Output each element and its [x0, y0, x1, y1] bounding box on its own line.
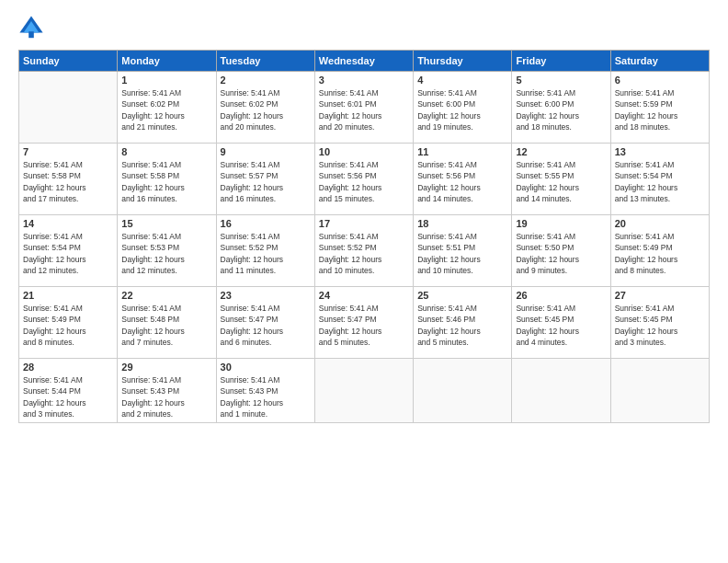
calendar-cell: 28Sunrise: 5:41 AM Sunset: 5:44 PM Dayli…	[19, 359, 118, 423]
day-info: Sunrise: 5:41 AM Sunset: 6:01 PM Dayligh…	[319, 87, 409, 132]
calendar-cell: 7Sunrise: 5:41 AM Sunset: 5:58 PM Daylig…	[19, 144, 118, 215]
day-number: 17	[319, 218, 409, 229]
calendar-table: SundayMondayTuesdayWednesdayThursdayFrid…	[18, 50, 710, 423]
day-info: Sunrise: 5:41 AM Sunset: 5:45 PM Dayligh…	[516, 303, 606, 348]
day-info: Sunrise: 5:41 AM Sunset: 5:47 PM Dayligh…	[319, 303, 409, 348]
day-number: 14	[23, 218, 113, 229]
calendar-cell: 29Sunrise: 5:41 AM Sunset: 5:43 PM Dayli…	[118, 359, 216, 423]
calendar-row: 1Sunrise: 5:41 AM Sunset: 6:02 PM Daylig…	[19, 72, 710, 144]
day-number: 19	[516, 218, 606, 229]
calendar-cell: 26Sunrise: 5:41 AM Sunset: 5:45 PM Dayli…	[512, 287, 610, 359]
calendar-cell: 15Sunrise: 5:41 AM Sunset: 5:53 PM Dayli…	[118, 215, 216, 287]
calendar-cell	[414, 359, 512, 423]
calendar-cell: 22Sunrise: 5:41 AM Sunset: 5:48 PM Dayli…	[118, 287, 216, 359]
calendar-row: 28Sunrise: 5:41 AM Sunset: 5:44 PM Dayli…	[19, 359, 710, 423]
day-info: Sunrise: 5:41 AM Sunset: 5:45 PM Dayligh…	[615, 303, 705, 348]
logo-icon	[18, 15, 44, 40]
calendar-row: 21Sunrise: 5:41 AM Sunset: 5:49 PM Dayli…	[19, 287, 710, 359]
header-day: Saturday	[610, 51, 709, 72]
calendar-cell: 17Sunrise: 5:41 AM Sunset: 5:52 PM Dayli…	[314, 215, 413, 287]
header-day: Friday	[512, 51, 610, 72]
day-info: Sunrise: 5:41 AM Sunset: 5:49 PM Dayligh…	[615, 231, 705, 276]
svg-rect-2	[28, 31, 34, 38]
calendar-cell: 1Sunrise: 5:41 AM Sunset: 6:02 PM Daylig…	[118, 72, 216, 144]
calendar-cell: 18Sunrise: 5:41 AM Sunset: 5:51 PM Dayli…	[414, 215, 512, 287]
day-number: 1	[121, 75, 211, 86]
day-info: Sunrise: 5:41 AM Sunset: 5:59 PM Dayligh…	[615, 87, 705, 132]
day-number: 27	[615, 290, 705, 301]
day-info: Sunrise: 5:41 AM Sunset: 5:47 PM Dayligh…	[221, 303, 311, 348]
day-number: 25	[417, 290, 507, 301]
day-number: 3	[319, 75, 409, 86]
calendar-cell: 30Sunrise: 5:41 AM Sunset: 5:43 PM Dayli…	[216, 359, 314, 423]
day-info: Sunrise: 5:41 AM Sunset: 5:53 PM Dayligh…	[121, 231, 211, 276]
header-day: Wednesday	[314, 51, 413, 72]
day-info: Sunrise: 5:41 AM Sunset: 5:49 PM Dayligh…	[23, 303, 113, 348]
calendar-cell: 6Sunrise: 5:41 AM Sunset: 5:59 PM Daylig…	[610, 72, 709, 144]
day-number: 5	[516, 75, 606, 86]
day-number: 10	[319, 146, 409, 157]
calendar-cell: 25Sunrise: 5:41 AM Sunset: 5:46 PM Dayli…	[414, 287, 512, 359]
header-day: Sunday	[19, 51, 118, 72]
day-info: Sunrise: 5:41 AM Sunset: 5:52 PM Dayligh…	[221, 231, 311, 276]
day-info: Sunrise: 5:41 AM Sunset: 5:52 PM Dayligh…	[319, 231, 409, 276]
calendar-cell	[610, 359, 709, 423]
day-number: 21	[23, 290, 113, 301]
day-number: 7	[23, 146, 113, 157]
day-info: Sunrise: 5:41 AM Sunset: 5:56 PM Dayligh…	[417, 159, 507, 204]
day-number: 6	[615, 75, 705, 86]
calendar-cell: 13Sunrise: 5:41 AM Sunset: 5:54 PM Dayli…	[610, 144, 709, 215]
day-info: Sunrise: 5:41 AM Sunset: 6:00 PM Dayligh…	[516, 87, 606, 132]
day-number: 12	[516, 146, 606, 157]
calendar-cell: 8Sunrise: 5:41 AM Sunset: 5:58 PM Daylig…	[118, 144, 216, 215]
day-number: 13	[615, 146, 705, 157]
day-info: Sunrise: 5:41 AM Sunset: 6:02 PM Dayligh…	[121, 87, 211, 132]
day-number: 18	[417, 218, 507, 229]
day-info: Sunrise: 5:41 AM Sunset: 5:54 PM Dayligh…	[615, 159, 705, 204]
calendar-cell: 21Sunrise: 5:41 AM Sunset: 5:49 PM Dayli…	[19, 287, 118, 359]
day-info: Sunrise: 5:41 AM Sunset: 5:50 PM Dayligh…	[516, 231, 606, 276]
day-info: Sunrise: 5:41 AM Sunset: 6:02 PM Dayligh…	[221, 87, 311, 132]
day-number: 16	[221, 218, 311, 229]
day-info: Sunrise: 5:41 AM Sunset: 5:44 PM Dayligh…	[23, 374, 113, 419]
calendar-cell: 3Sunrise: 5:41 AM Sunset: 6:01 PM Daylig…	[314, 72, 413, 144]
day-info: Sunrise: 5:41 AM Sunset: 5:43 PM Dayligh…	[221, 374, 311, 419]
calendar-cell	[512, 359, 610, 423]
day-number: 11	[417, 146, 507, 157]
calendar-cell: 4Sunrise: 5:41 AM Sunset: 6:00 PM Daylig…	[414, 72, 512, 144]
day-info: Sunrise: 5:41 AM Sunset: 5:58 PM Dayligh…	[23, 159, 113, 204]
day-info: Sunrise: 5:41 AM Sunset: 5:54 PM Dayligh…	[23, 231, 113, 276]
day-info: Sunrise: 5:41 AM Sunset: 5:58 PM Dayligh…	[121, 159, 211, 204]
day-number: 22	[121, 290, 211, 301]
calendar-row: 7Sunrise: 5:41 AM Sunset: 5:58 PM Daylig…	[19, 144, 710, 215]
day-number: 9	[221, 146, 311, 157]
calendar-cell	[314, 359, 413, 423]
day-info: Sunrise: 5:41 AM Sunset: 5:56 PM Dayligh…	[319, 159, 409, 204]
calendar-cell: 27Sunrise: 5:41 AM Sunset: 5:45 PM Dayli…	[610, 287, 709, 359]
day-number: 23	[221, 290, 311, 301]
header-day: Tuesday	[216, 51, 314, 72]
day-number: 15	[121, 218, 211, 229]
calendar-row: 14Sunrise: 5:41 AM Sunset: 5:54 PM Dayli…	[19, 215, 710, 287]
page: SundayMondayTuesdayWednesdayThursdayFrid…	[0, 0, 728, 563]
calendar-cell: 24Sunrise: 5:41 AM Sunset: 5:47 PM Dayli…	[314, 287, 413, 359]
calendar-cell: 2Sunrise: 5:41 AM Sunset: 6:02 PM Daylig…	[216, 72, 314, 144]
logo	[18, 15, 48, 40]
day-number: 2	[221, 75, 311, 86]
day-number: 20	[615, 218, 705, 229]
calendar-cell: 10Sunrise: 5:41 AM Sunset: 5:56 PM Dayli…	[314, 144, 413, 215]
day-info: Sunrise: 5:41 AM Sunset: 5:48 PM Dayligh…	[121, 303, 211, 348]
calendar-cell	[19, 72, 118, 144]
calendar-cell: 20Sunrise: 5:41 AM Sunset: 5:49 PM Dayli…	[610, 215, 709, 287]
calendar-cell: 14Sunrise: 5:41 AM Sunset: 5:54 PM Dayli…	[19, 215, 118, 287]
calendar-cell: 11Sunrise: 5:41 AM Sunset: 5:56 PM Dayli…	[414, 144, 512, 215]
calendar-cell: 23Sunrise: 5:41 AM Sunset: 5:47 PM Dayli…	[216, 287, 314, 359]
day-info: Sunrise: 5:41 AM Sunset: 5:43 PM Dayligh…	[121, 374, 211, 419]
day-number: 8	[121, 146, 211, 157]
calendar-cell: 19Sunrise: 5:41 AM Sunset: 5:50 PM Dayli…	[512, 215, 610, 287]
day-info: Sunrise: 5:41 AM Sunset: 6:00 PM Dayligh…	[417, 87, 507, 132]
day-number: 4	[417, 75, 507, 86]
day-number: 29	[121, 362, 211, 373]
calendar-cell: 5Sunrise: 5:41 AM Sunset: 6:00 PM Daylig…	[512, 72, 610, 144]
day-number: 28	[23, 362, 113, 373]
